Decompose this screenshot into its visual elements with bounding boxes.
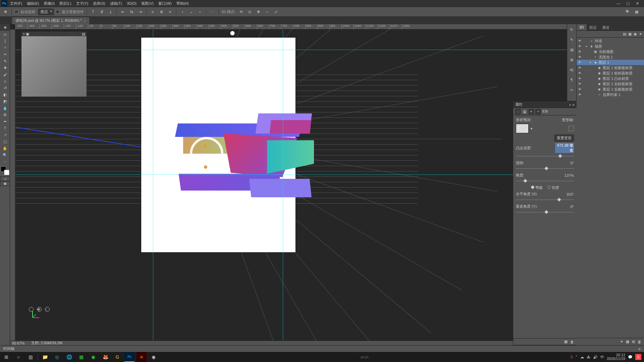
- ruler-vertical[interactable]: [10, 30, 15, 341]
- distribute-left-icon[interactable]: ⫞: [179, 8, 186, 15]
- menu-type[interactable]: 文字(Y): [74, 0, 91, 7]
- props-deform-icon[interactable]: ⬙: [522, 109, 527, 114]
- vangle-value[interactable]: 0°: [555, 205, 574, 209]
- app2-icon[interactable]: ▦: [76, 352, 86, 362]
- photoshop-taskbar-icon[interactable]: Ps: [124, 352, 135, 362]
- filter-scene-icon[interactable]: ▤: [623, 32, 626, 36]
- pen-tool[interactable]: ✒: [0, 118, 10, 125]
- visibility-eye-icon[interactable]: 👁: [577, 71, 582, 75]
- doc-size[interactable]: 文档: 2.86M/39.2M: [31, 341, 62, 345]
- tree-row[interactable]: 👁◉图层 1 前膨胀材质: [577, 65, 644, 70]
- zoom-level[interactable]: 80.67%: [12, 341, 24, 345]
- menu-3d[interactable]: 3D(D): [125, 1, 139, 6]
- marquee-tool[interactable]: ▭: [0, 31, 10, 38]
- 3d-light-widget[interactable]: [230, 31, 235, 36]
- align-right-icon[interactable]: ⇥: [137, 8, 144, 15]
- tree-row[interactable]: 👁◉图层 1 后膨胀材质: [577, 87, 644, 92]
- 3d-panel-render-icon[interactable]: ▦: [626, 340, 629, 344]
- quickmask-toggle[interactable]: ◻: [0, 176, 10, 181]
- taper-value[interactable]: 137%: [555, 173, 574, 177]
- guide-vertical[interactable]: [153, 30, 153, 341]
- panel-icon-info[interactable]: ⊞: [569, 56, 575, 63]
- panel-icon-paths[interactable]: ✎: [569, 36, 575, 43]
- wand-tool[interactable]: ✧: [0, 44, 10, 51]
- stamp-tool[interactable]: ⎌: [0, 78, 10, 85]
- window-maximize[interactable]: ▢: [625, 1, 631, 6]
- tab-3d[interactable]: 3D: [577, 24, 587, 31]
- shape-tool[interactable]: ▢: [0, 138, 10, 145]
- vangle-slider[interactable]: [516, 210, 574, 214]
- delete-icon[interactable]: 🗑: [570, 340, 574, 344]
- eyedropper-tool[interactable]: ✎: [0, 58, 10, 64]
- 3d-rotate-icon[interactable]: ⟲: [237, 8, 244, 15]
- obs-icon[interactable]: ◉: [149, 352, 159, 362]
- edit-toolbar[interactable]: ⋯: [0, 158, 10, 165]
- dodge-tool[interactable]: ⚙: [0, 111, 10, 118]
- brush-tool[interactable]: 🖌: [0, 71, 10, 78]
- extrude-value[interactable]: 671.38 像素: [555, 143, 574, 153]
- nav-new-icon[interactable]: ▣: [26, 32, 29, 36]
- tree-row[interactable]: 👁▾◆图层 1: [577, 60, 644, 65]
- guide-vertical[interactable]: [283, 30, 283, 341]
- distribute-right-icon[interactable]: ⫟: [197, 8, 203, 15]
- visibility-eye-icon[interactable]: 👁: [577, 93, 582, 96]
- distribute-bottom-icon[interactable]: ≡: [167, 8, 173, 15]
- 3d-axis-widget[interactable]: [31, 310, 41, 320]
- app4-icon[interactable]: G: [112, 352, 122, 362]
- tray-up-icon[interactable]: ˄: [576, 355, 578, 359]
- align-vmiddle-icon[interactable]: ⇵: [98, 8, 105, 15]
- 3d-panel-light-icon[interactable]: ✦: [620, 340, 623, 344]
- distribute-top-icon[interactable]: ≡: [149, 8, 156, 15]
- timeline-menu-icon[interactable]: ≡: [639, 347, 641, 351]
- props-mesh-icon[interactable]: ⬚: [515, 109, 521, 114]
- nav-close-icon[interactable]: ×: [23, 32, 25, 36]
- twist-slider[interactable]: [516, 167, 574, 171]
- tray-clock[interactable]: 20:122020/11/19: [607, 353, 625, 361]
- lasso-tool[interactable]: ⟆: [0, 38, 10, 44]
- path-tool[interactable]: ↗: [0, 132, 10, 138]
- app1-icon[interactable]: ◎: [52, 352, 62, 362]
- document-tab[interactable]: 课程26.psd @ 80.7% (图层 1, RGB/8#) * ×: [12, 17, 89, 24]
- history-brush-tool[interactable]: ↺: [0, 85, 10, 91]
- menu-file[interactable]: 文件(F): [8, 0, 24, 7]
- menu-help[interactable]: 帮助(H): [174, 0, 191, 7]
- align-top-icon[interactable]: ⤒: [90, 8, 96, 15]
- nav-menu-icon[interactable]: ▤: [82, 32, 85, 36]
- menu-layer[interactable]: 图层(L): [57, 0, 73, 7]
- canvas-area[interactable]: -350-300-250-200-150-100-500501001502002…: [10, 24, 567, 345]
- taper-slider[interactable]: [516, 179, 574, 183]
- bend-radio[interactable]: 弯曲: [531, 185, 543, 190]
- twist-value[interactable]: 0°: [555, 161, 574, 165]
- search-icon[interactable]: 🔍: [625, 8, 631, 15]
- menu-filter[interactable]: 滤镜(T): [108, 0, 124, 7]
- props-collapse-icon[interactable]: »: [569, 103, 571, 107]
- tree-row[interactable]: 👁☼环境: [577, 38, 644, 44]
- tray-onedrive-icon[interactable]: ☁: [580, 355, 584, 359]
- 3d-roll-icon[interactable]: ⊙: [246, 8, 253, 15]
- tray-app-icon[interactable]: S: [571, 355, 573, 359]
- tray-vol-icon[interactable]: 🔊: [593, 355, 598, 359]
- hangle-slider[interactable]: [516, 198, 574, 202]
- hand-tool[interactable]: ✋: [0, 145, 10, 152]
- tab-layers[interactable]: 图层: [587, 24, 599, 31]
- 3d-slide-icon[interactable]: ↔: [264, 8, 270, 15]
- ruler-horizontal[interactable]: -350-300-250-200-150-100-500501001502002…: [15, 24, 567, 30]
- window-minimize[interactable]: —: [615, 1, 622, 6]
- guide-horizontal[interactable]: [15, 50, 567, 50]
- tree-row[interactable]: 👁▾◈场景: [577, 44, 644, 49]
- firefox-icon[interactable]: 🦊: [100, 352, 110, 362]
- 3d-panel-trash-icon[interactable]: 🗑: [638, 340, 641, 344]
- more-align-icon[interactable]: ⋯: [209, 8, 216, 15]
- close-tab-icon[interactable]: ×: [84, 19, 86, 23]
- tray-net-icon[interactable]: 🖧: [587, 355, 590, 359]
- shape-preset-dropdown-icon[interactable]: ▾: [531, 126, 533, 131]
- eraser-tool[interactable]: ◧: [0, 91, 10, 98]
- cortana-icon[interactable]: ○: [13, 352, 23, 362]
- 3d-dolly-icon[interactable]: ↕: [45, 307, 50, 312]
- timeline-panel[interactable]: 时间轴 ≡: [0, 345, 644, 352]
- start-button[interactable]: ⊞: [1, 352, 11, 362]
- heal-tool[interactable]: ✚: [0, 64, 10, 71]
- type-tool[interactable]: T: [0, 125, 10, 132]
- menu-window[interactable]: 窗口(W): [156, 0, 174, 7]
- twisty-icon[interactable]: ▾: [585, 45, 588, 48]
